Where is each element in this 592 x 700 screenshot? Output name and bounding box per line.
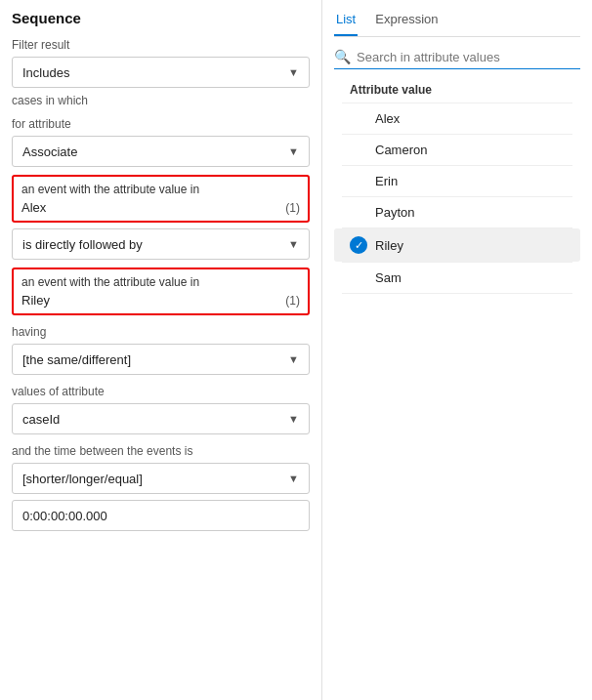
right-panel: List Expression 🔍 Attribute value Alex C…: [322, 0, 592, 700]
having-label: having: [12, 325, 310, 339]
event1-label: an event with the attribute value in: [14, 177, 308, 196]
values-attr-chevron-icon: ▼: [288, 413, 299, 425]
cases-label: cases in which: [12, 94, 310, 107]
time-input-value: 0:00:00:00.000: [22, 509, 107, 523]
time-value: [shorter/longer/equal]: [22, 472, 143, 486]
list-item-alex[interactable]: Alex: [334, 103, 580, 134]
attribute-chevron-icon: ▼: [288, 145, 299, 157]
event2-box: an event with the attribute value in Ril…: [12, 268, 310, 315]
list-item-payton[interactable]: Payton: [334, 197, 580, 227]
attr-value-erin: Erin: [375, 174, 398, 188]
time-chevron-icon: ▼: [288, 473, 299, 484]
filter-label: Filter result: [12, 38, 310, 52]
list-item-riley[interactable]: Riley: [334, 228, 580, 262]
event2-label: an event with the attribute value in: [14, 269, 308, 289]
values-attr-select[interactable]: caseId ▼: [12, 403, 310, 434]
attr-value-alex: Alex: [375, 111, 400, 126]
event2-count: (1): [285, 294, 300, 308]
tab-list[interactable]: List: [334, 8, 358, 36]
section-title: Sequence: [12, 10, 310, 26]
time-label: and the time between the events is: [12, 444, 310, 458]
attr-value-riley: Riley: [375, 238, 403, 253]
time-input-box[interactable]: 0:00:00:00.000: [12, 500, 310, 531]
followed-chevron-icon: ▼: [288, 238, 299, 250]
tabs-row: List Expression: [334, 8, 580, 37]
filter-value: Includes: [22, 65, 69, 80]
event2-value: Riley: [21, 293, 50, 308]
event1-box: an event with the attribute value in Ale…: [12, 175, 310, 223]
time-select[interactable]: [shorter/longer/equal] ▼: [12, 463, 310, 494]
followed-value: is directly followed by: [22, 237, 143, 252]
filter-chevron-icon: ▼: [288, 66, 299, 78]
followed-select[interactable]: is directly followed by ▼: [12, 228, 310, 260]
attr-value-sam: Sam: [375, 270, 402, 285]
search-icon: 🔍: [334, 49, 351, 64]
list-item-erin[interactable]: Erin: [334, 166, 580, 196]
event2-value-row: Riley (1): [14, 289, 308, 313]
having-value: [the same/different]: [22, 352, 131, 367]
values-attr-value: caseId: [22, 412, 60, 427]
event1-value: Alex: [21, 200, 46, 215]
having-select[interactable]: [the same/different] ▼: [12, 344, 310, 375]
divider-6: [342, 293, 572, 294]
having-chevron-icon: ▼: [288, 353, 299, 365]
list-item-cameron[interactable]: Cameron: [334, 135, 580, 165]
attr-value-payton: Payton: [375, 205, 414, 220]
attribute-value: Associate: [22, 144, 77, 159]
attr-header: Attribute value: [334, 81, 580, 103]
event1-value-row: Alex (1): [14, 196, 308, 221]
search-row: 🔍: [334, 49, 580, 69]
attribute-select[interactable]: Associate ▼: [12, 136, 310, 167]
filter-select[interactable]: Includes ▼: [12, 57, 310, 88]
left-panel: Sequence Filter result Includes ▼ cases …: [0, 0, 322, 700]
list-item-sam[interactable]: Sam: [334, 263, 580, 293]
attr-value-cameron: Cameron: [375, 143, 427, 157]
tab-expression[interactable]: Expression: [373, 8, 440, 36]
search-input[interactable]: [357, 50, 580, 64]
event1-count: (1): [285, 201, 300, 215]
riley-check-icon: [350, 236, 367, 254]
values-attr-label: values of attribute: [12, 385, 310, 398]
attribute-label: for attribute: [12, 117, 310, 131]
